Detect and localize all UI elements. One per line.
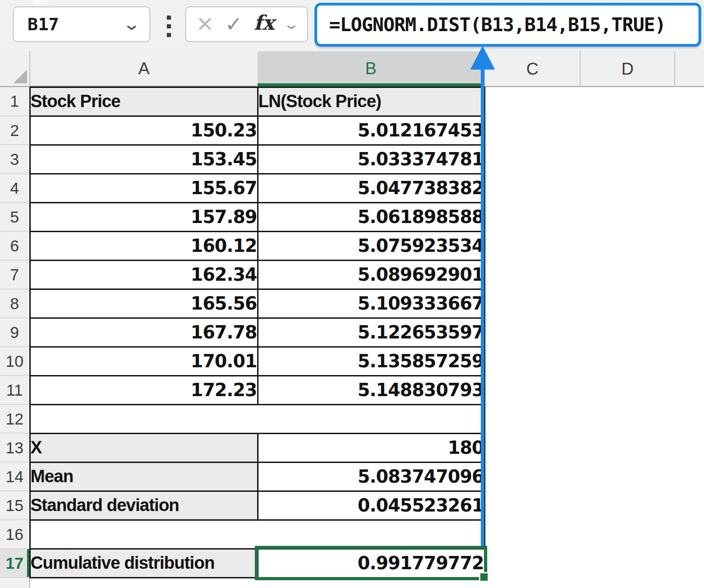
cell-A5[interactable]: 157.89 — [30, 202, 258, 231]
empty-cells-row-9[interactable] — [484, 318, 704, 347]
row-header-13[interactable]: 13 — [0, 433, 30, 462]
cell-B5[interactable]: 5.061898588 — [258, 202, 484, 231]
row-header-9[interactable]: 9 — [0, 318, 30, 347]
cell-A3[interactable]: 153.45 — [30, 145, 258, 174]
empty-cells-row-17[interactable] — [484, 549, 704, 577]
cell-B2[interactable]: 5.012167453 — [258, 116, 484, 145]
formula-bar-resize-dots[interactable] — [167, 16, 171, 37]
chevron-down-icon[interactable]: ⌄ — [122, 16, 141, 33]
formula-input[interactable]: =LOGNORM.DIST(B13,B14,B15,TRUE) — [314, 3, 701, 47]
cell-A16[interactable] — [30, 520, 258, 549]
cell-A9[interactable]: 167.78 — [30, 318, 258, 347]
ribbon-remnant — [33, 0, 49, 5]
cell-A7[interactable]: 162.34 — [30, 260, 258, 289]
insert-function-icon[interactable]: fx — [253, 13, 274, 36]
row-header-1[interactable]: 1 — [0, 87, 30, 116]
empty-cells-row-5[interactable] — [484, 202, 704, 231]
empty-cells-row-4[interactable] — [484, 174, 704, 202]
row-header-10[interactable]: 10 — [0, 347, 30, 376]
row-header-15[interactable]: 15 — [0, 491, 30, 520]
name-box-value: B17 — [28, 14, 59, 34]
empty-cells-row-10[interactable] — [484, 347, 704, 376]
grid-row-17: 17Cumulative distribution0.991779772 — [0, 549, 704, 577]
cell-A1[interactable]: Stock Price — [30, 87, 258, 116]
cell-B4[interactable]: 5.047738382 — [258, 174, 484, 202]
row-header-3[interactable]: 3 — [0, 145, 30, 174]
cell-A10[interactable]: 170.01 — [30, 347, 258, 376]
cell-B16[interactable] — [258, 520, 484, 549]
column-header-B[interactable]: B — [258, 51, 484, 87]
empty-cells-row-2[interactable] — [484, 116, 704, 145]
cell-A6[interactable]: 160.12 — [30, 231, 258, 260]
cell-A2[interactable]: 150.23 — [30, 116, 258, 145]
empty-cells-row-13[interactable] — [484, 433, 704, 462]
empty-cells-row-14[interactable] — [484, 462, 704, 491]
enter-icon[interactable]: ✓ — [225, 14, 243, 35]
empty-cells-row-16[interactable] — [484, 520, 704, 549]
cell-B14[interactable]: 5.083747096 — [258, 462, 484, 491]
cell-B6[interactable]: 5.075923534 — [258, 231, 484, 260]
cell-B13[interactable]: 180 — [258, 433, 484, 462]
grid-row-13: 13X180 — [0, 433, 704, 462]
cell-B3[interactable]: 5.033374781 — [258, 145, 484, 174]
cell-B12[interactable] — [258, 404, 484, 433]
empty-cells-row-15[interactable] — [484, 491, 704, 520]
cell-B7[interactable]: 5.089692901 — [258, 260, 484, 289]
grid-row-2: 2150.235.012167453 — [0, 116, 704, 145]
cell-A17[interactable]: Cumulative distribution — [30, 549, 258, 577]
grid-row-8: 8165.565.109333667 — [0, 289, 704, 318]
empty-cells-row-8[interactable] — [484, 289, 704, 318]
cell-B8[interactable]: 5.109333667 — [258, 289, 484, 318]
cell-A12[interactable] — [30, 404, 258, 433]
empty-cells-row-1[interactable] — [484, 87, 704, 116]
column-header-A[interactable]: A — [30, 51, 258, 87]
row-header-11[interactable]: 11 — [0, 376, 30, 404]
row-header-5[interactable]: 5 — [0, 202, 30, 231]
cell-B1[interactable]: LN(Stock Price) — [258, 87, 484, 116]
cell-B17[interactable]: 0.991779772 — [258, 549, 484, 577]
cell-A14[interactable]: Mean — [30, 462, 258, 491]
row-header-7[interactable]: 7 — [0, 260, 30, 289]
grid-row-16: 16 — [0, 520, 704, 549]
row-header-2[interactable]: 2 — [0, 116, 30, 145]
row-header-4[interactable]: 4 — [0, 174, 30, 202]
cancel-icon[interactable]: ✕ — [196, 14, 214, 35]
empty-cells-row-11[interactable] — [484, 376, 704, 404]
cell-A11[interactable]: 172.23 — [30, 376, 258, 404]
grid-row-14: 14Mean5.083747096 — [0, 462, 704, 491]
row-header-6[interactable]: 6 — [0, 231, 30, 260]
empty-cells-row-12[interactable] — [484, 404, 704, 433]
cell-B11[interactable]: 5.148830793 — [258, 376, 484, 404]
empty-cells-row-7[interactable] — [484, 260, 704, 289]
grid-row-partial — [0, 577, 704, 588]
cell-partial[interactable] — [30, 577, 704, 588]
grid-row-4: 4155.675.047738382 — [0, 174, 704, 202]
empty-cells-row-6[interactable] — [484, 231, 704, 260]
grid-row-5: 5157.895.061898588 — [0, 202, 704, 231]
cell-A13[interactable]: X — [30, 433, 258, 462]
name-box[interactable]: B17 ⌄ — [13, 6, 150, 42]
column-header-C[interactable]: C — [484, 51, 580, 87]
fill-handle[interactable] — [479, 572, 489, 582]
row-header-16[interactable]: 16 — [0, 520, 30, 549]
cell-B15[interactable]: 0.045523261 — [258, 491, 484, 520]
column-header-E[interactable] — [675, 51, 704, 87]
cell-A4[interactable]: 155.67 — [30, 174, 258, 202]
column-header-D[interactable]: D — [580, 51, 675, 87]
row-header-partial[interactable] — [0, 577, 30, 588]
row-header-14[interactable]: 14 — [0, 462, 30, 491]
cell-A8[interactable]: 165.56 — [30, 289, 258, 318]
formula-text: =LOGNORM.DIST(B13,B14,B15,TRUE) — [329, 14, 666, 36]
empty-cells-row-3[interactable] — [484, 145, 704, 174]
cell-B10[interactable]: 5.135857259 — [258, 347, 484, 376]
row-header-8[interactable]: 8 — [0, 289, 30, 318]
select-all-corner[interactable] — [0, 51, 30, 87]
column-header-row: A B C D — [0, 51, 704, 87]
row-header-12[interactable]: 12 — [0, 404, 30, 433]
formula-bar: B17 ⌄ ✕ ✓ fx ⌄ =LOGNORM.DIST(B13,B14,B15… — [0, 0, 704, 51]
cell-A15[interactable]: Standard deviation — [30, 491, 258, 520]
cell-B9[interactable]: 5.122653597 — [258, 318, 484, 347]
grid-row-7: 7162.345.089692901 — [0, 260, 704, 289]
chevron-down-icon[interactable]: ⌄ — [282, 17, 300, 31]
row-header-17[interactable]: 17 — [0, 549, 30, 577]
